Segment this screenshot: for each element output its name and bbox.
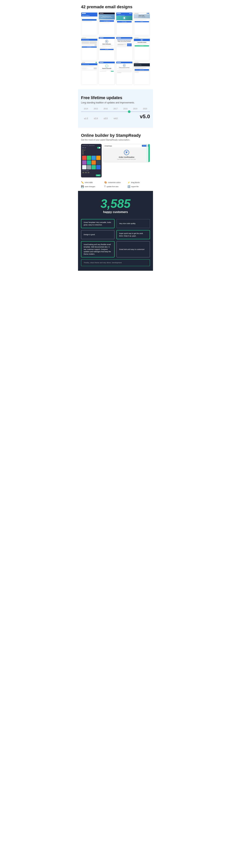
- testimonial-3: Design is good.: [81, 230, 115, 239]
- nav-icon-1: [82, 149, 84, 151]
- email-thumb-9[interactable]: ★ Your Last Purchase: [81, 61, 97, 85]
- builder-title: Online builder by StampReady: [81, 133, 150, 138]
- feature-label-2: customize colors: [108, 182, 121, 183]
- builder-toggle[interactable]: [97, 147, 100, 149]
- apply-button[interactable]: Apply: [96, 175, 100, 176]
- testimonial-6: Great look and easy to customize!: [116, 241, 150, 257]
- builder-subtitle: Get the most of your paied StampReady su…: [81, 138, 150, 141]
- palette-icon: 🎨: [104, 181, 107, 184]
- swatch-emerald[interactable]: [91, 165, 96, 169]
- font-chip-1[interactable]: Aa: [82, 172, 84, 173]
- feature-save-changes: 💾 save changes: [81, 185, 104, 188]
- swatch-dark[interactable]: [96, 160, 100, 165]
- testimonial-4-text: Super quick way to get the work done. Ke…: [119, 232, 143, 237]
- builder-nav-items: ⚡: [82, 149, 100, 155]
- version-2: v2.0: [91, 117, 101, 120]
- preview-accent-bar-2: [146, 144, 148, 162]
- feature-inline-edits: ✏️ inline edits: [81, 181, 104, 184]
- feature-customize-colors: 🎨 customize colors: [104, 181, 127, 184]
- email-thumb-4[interactable]: View Order Order Confir...Nec disc sed u…: [134, 12, 150, 36]
- feature-font-size: T update font size: [104, 185, 127, 188]
- font-chip-3[interactable]: Aa: [87, 172, 90, 173]
- timeline-line: [81, 111, 150, 112]
- testimonial-5: Good looking and very flexible email tem…: [81, 241, 115, 257]
- timeline-versions: v1.0 v2.0 v3.0 v4.0 v5.0: [81, 114, 150, 120]
- preview-title: Order Confirmation: [106, 156, 148, 158]
- preview-logo: simpleapp: [105, 145, 112, 147]
- swatch-green[interactable]: [87, 156, 91, 160]
- email-thumb-3[interactable]: Download SimpleApp 5.0 is here! Download…: [116, 12, 133, 36]
- testimonial-3-text: Design is good.: [84, 234, 95, 236]
- testimonial-5-text: Good looking and very flexible email tem…: [84, 244, 111, 255]
- builder-controls-panel: EFFECT ALL MODULES MTG ▼ ⚡: [81, 144, 102, 178]
- swatch-orange[interactable]: [96, 156, 100, 160]
- save-icon: 💾: [81, 185, 84, 188]
- builder-nav-item-3: [82, 153, 100, 155]
- testimonial-2-text: Very nice code quality.: [119, 222, 136, 225]
- email-thumb-2[interactable]: Service AnnouncementSupport the followin…: [98, 12, 115, 36]
- testimonial-4: Super quick way to get the work done. Ke…: [116, 230, 150, 239]
- email-thumb-1[interactable]: Verify E-mail Address: [81, 12, 97, 36]
- testimonial-7: Thanks, clean theme and very direct. Dev…: [81, 259, 150, 266]
- preview-subtitle: That final bullet here lorem lorbe bollo…: [106, 159, 148, 160]
- drag-icon: ⚡: [127, 181, 130, 184]
- email-grid: Verify E-mail Address Servi: [81, 12, 150, 85]
- feature-label-1: inline edits: [85, 182, 93, 183]
- customers-count-text: 3,585: [100, 197, 131, 210]
- swatch-amber[interactable]: [91, 160, 96, 165]
- swatch-red[interactable]: [82, 156, 86, 160]
- version-1: v1.0: [81, 117, 91, 120]
- preview-accent-bar: [148, 144, 150, 162]
- feature-label-3: drag blocks: [131, 182, 140, 183]
- timeline-years: 2014 2015 2016 2017 2018 2019 2020: [81, 108, 150, 110]
- feature-drag-blocks: ⚡ drag blocks: [127, 181, 150, 184]
- customers-count: 3,585: [81, 198, 150, 210]
- builder-preview: simpleapp Get the App Order Confirmation…: [103, 144, 150, 162]
- export-icon: ⬇️: [127, 185, 130, 188]
- year-2016: 2016: [101, 108, 111, 110]
- version-5-active: v5.0: [120, 114, 150, 120]
- builder-section: Online builder by StampReady Get the mos…: [78, 128, 153, 191]
- color-swatches: [82, 156, 100, 169]
- swatch-gray[interactable]: [87, 165, 91, 169]
- year-2020: 2020: [140, 108, 150, 110]
- builder-features: ✏️ inline edits 🎨 customize colors ⚡ dra…: [81, 181, 150, 188]
- builder-toggle-row: MTG ▼: [82, 147, 100, 149]
- email-thumb-6[interactable]: Order Confirmation Order #2345: [98, 37, 115, 60]
- swatch-royal-blue[interactable]: [96, 165, 100, 169]
- swatch-light[interactable]: [82, 165, 86, 169]
- testimonial-6-text: Great look and easy to customize!: [119, 248, 145, 251]
- email-thumb-5[interactable]: Top Posts This Month: [81, 37, 97, 60]
- year-2019: 2019: [130, 108, 140, 110]
- email-thumb-10[interactable]: Payment Successful: [98, 61, 115, 85]
- testimonial-1-text: Great Template! Very versatile, looks gr…: [84, 221, 111, 226]
- email-thumb-11[interactable]: Thank you for your purchase! Invoice A3-…: [116, 61, 133, 85]
- swatch-purple[interactable]: [82, 160, 86, 165]
- font-chip-2[interactable]: Aa: [85, 172, 87, 173]
- year-2018: 2018: [120, 108, 130, 110]
- year-2017: 2017: [111, 108, 121, 110]
- timeline-dot: [128, 110, 131, 113]
- swatch-blue[interactable]: [91, 156, 96, 160]
- year-2015: 2015: [91, 108, 101, 110]
- testimonials-grid: Great Template! Very versatile, looks gr…: [81, 219, 150, 266]
- testimonial-2: Very nice code quality.: [116, 219, 150, 228]
- email-thumb-8[interactable]: You've Been Invited Go to Invitation: [134, 37, 150, 60]
- email-thumb-7[interactable]: Thank You for Your Purchase! Thank You T…: [116, 37, 133, 60]
- customers-section: 3,585 happy customers Great Template! Ve…: [78, 191, 153, 271]
- timeline: 2014 2015 2016 2017 2018 2019 2020 v1.0 …: [81, 108, 150, 120]
- testimonial-1: Great Template! Very versatile, looks gr…: [81, 219, 115, 228]
- builder-panel-header: EFFECT ALL MODULES: [82, 145, 100, 146]
- feature-label-5: update font size: [107, 186, 118, 188]
- preview-cart-icon: [124, 150, 129, 155]
- preview-body: Order Confirmation That final bullet her…: [103, 148, 150, 162]
- builder-toggle-label: MTG ▼: [82, 147, 86, 148]
- builder-font-label: FONT COLORS: [82, 170, 100, 171]
- version-4: v4.0: [111, 117, 121, 120]
- preview-logo-text: simpleapp: [105, 145, 112, 147]
- swatch-teal[interactable]: [87, 160, 91, 165]
- nav-icon-3: [82, 153, 84, 155]
- feature-export: ⬇️ export file: [127, 185, 150, 188]
- feature-label-6: export file: [131, 186, 139, 188]
- email-thumb-12[interactable]: Thank You for Your... Download Invoice I…: [134, 61, 150, 85]
